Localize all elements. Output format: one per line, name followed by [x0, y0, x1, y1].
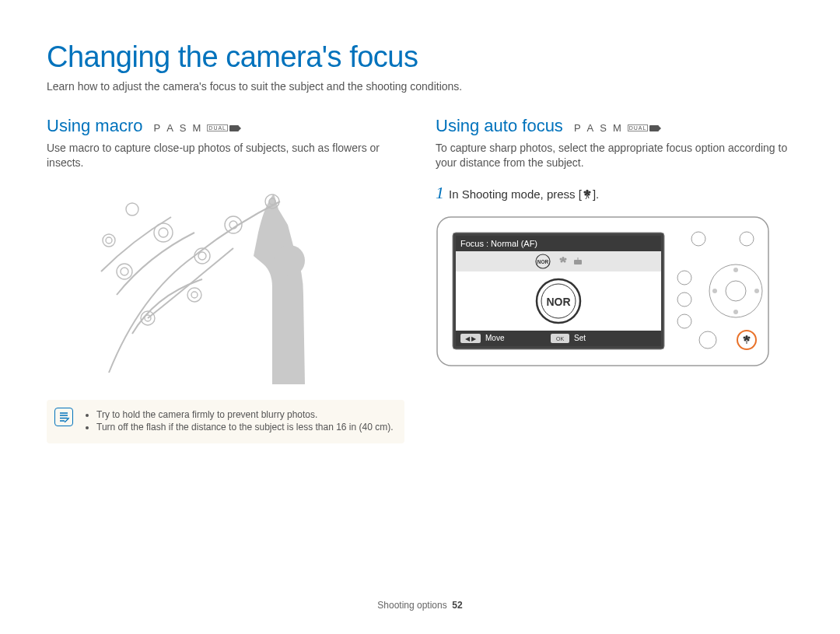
- column-left: Using macro P A S M DUAL Use macro to ca…: [47, 116, 404, 443]
- camera-illustration: Focus : Normal (AF) NOR NOR ◀ ▶ Move: [436, 215, 770, 367]
- mode-dual-icon: DUAL: [207, 124, 228, 131]
- svg-point-55: [754, 289, 759, 293]
- step-1: 1 In Shooting mode, press [].: [436, 183, 793, 203]
- svg-point-23: [586, 189, 588, 191]
- svg-point-62: [747, 338, 750, 341]
- svg-rect-37: [574, 260, 582, 264]
- svg-point-13: [103, 234, 115, 247]
- svg-point-60: [748, 336, 751, 338]
- svg-point-2: [121, 268, 128, 275]
- page-title: Changing the camera's focus: [47, 40, 793, 74]
- svg-point-45: [691, 232, 705, 246]
- svg-point-9: [187, 288, 201, 302]
- macro-illustration: [78, 178, 373, 384]
- svg-point-22: [587, 193, 590, 195]
- step-number: 1: [436, 183, 444, 203]
- svg-point-3: [154, 223, 173, 242]
- mode-a: A: [166, 122, 178, 134]
- mode-p: P: [153, 122, 165, 134]
- svg-point-36: [562, 257, 565, 259]
- page-footer: Shooting options 52: [0, 600, 840, 611]
- screen-move: Move: [485, 334, 505, 342]
- mode-a: A: [587, 122, 599, 134]
- svg-point-59: [744, 336, 746, 338]
- mode-s: S: [600, 122, 611, 134]
- svg-point-52: [733, 268, 738, 272]
- svg-point-33: [565, 257, 567, 260]
- svg-point-35: [564, 260, 566, 262]
- flower-icon: [582, 189, 593, 200]
- autofocus-body: To capture sharp photos, select the appr…: [436, 141, 793, 170]
- svg-point-56: [699, 331, 716, 349]
- tip-item: Turn off the flash if the distance to th…: [96, 422, 394, 433]
- svg-point-19: [583, 191, 586, 193]
- svg-point-63: [746, 335, 748, 338]
- svg-point-34: [561, 260, 563, 262]
- column-right: Using auto focus P A S M DUAL To capture…: [436, 116, 793, 443]
- mode-icons-macro: P A S M DUAL: [153, 122, 239, 134]
- heading-autofocus-text: Using auto focus: [436, 116, 563, 136]
- camcorder-icon: [649, 125, 659, 131]
- tip-box: Try to hold the camera firmly to prevent…: [47, 400, 404, 443]
- heading-macro: Using macro P A S M DUAL: [47, 116, 404, 136]
- step-text-prefix: In Shooting mode, press [: [449, 187, 582, 201]
- svg-text:◀ ▶: ◀ ▶: [465, 335, 477, 342]
- svg-point-46: [740, 232, 754, 246]
- svg-point-48: [677, 292, 691, 306]
- camcorder-icon: [229, 125, 239, 131]
- footer-page: 52: [452, 600, 462, 611]
- heading-macro-text: Using macro: [47, 116, 142, 136]
- step-text-suffix: ].: [593, 187, 599, 201]
- mode-m: M: [193, 122, 206, 134]
- step-text: In Shooting mode, press [].: [449, 187, 599, 201]
- screen-set: Set: [574, 334, 586, 342]
- svg-text:NOR: NOR: [537, 259, 549, 264]
- svg-point-21: [584, 193, 586, 195]
- svg-point-54: [712, 289, 717, 293]
- svg-point-0: [274, 245, 305, 276]
- svg-point-47: [677, 271, 691, 285]
- svg-point-32: [560, 257, 562, 260]
- svg-point-61: [744, 338, 747, 341]
- tip-item: Try to hold the camera firmly to prevent…: [96, 409, 394, 420]
- mode-p: P: [574, 122, 586, 134]
- svg-point-51: [726, 281, 746, 301]
- tip-icon: [54, 408, 73, 426]
- screen-center: NOR: [546, 296, 570, 308]
- svg-point-1: [117, 264, 132, 279]
- svg-point-6: [198, 252, 206, 260]
- svg-rect-28: [456, 251, 661, 271]
- mode-dual-icon: DUAL: [628, 124, 649, 131]
- mode-icons-autofocus: P A S M DUAL: [574, 122, 660, 134]
- svg-point-17: [126, 203, 138, 215]
- svg-point-10: [191, 292, 198, 298]
- mode-m: M: [613, 122, 626, 134]
- intro-text: Learn how to adjust the camera's focus t…: [47, 80, 793, 93]
- mode-s: S: [180, 122, 191, 134]
- svg-point-49: [677, 314, 691, 328]
- svg-point-20: [588, 191, 590, 193]
- heading-autofocus: Using auto focus P A S M DUAL: [436, 116, 793, 136]
- footer-section: Shooting options: [377, 600, 446, 611]
- svg-text:OK: OK: [556, 336, 564, 342]
- svg-point-14: [106, 237, 112, 243]
- svg-point-4: [159, 228, 168, 237]
- macro-body: Use macro to capture close-up photos of …: [47, 141, 404, 170]
- svg-point-53: [733, 310, 738, 314]
- screen-title: Focus : Normal (AF): [460, 239, 537, 248]
